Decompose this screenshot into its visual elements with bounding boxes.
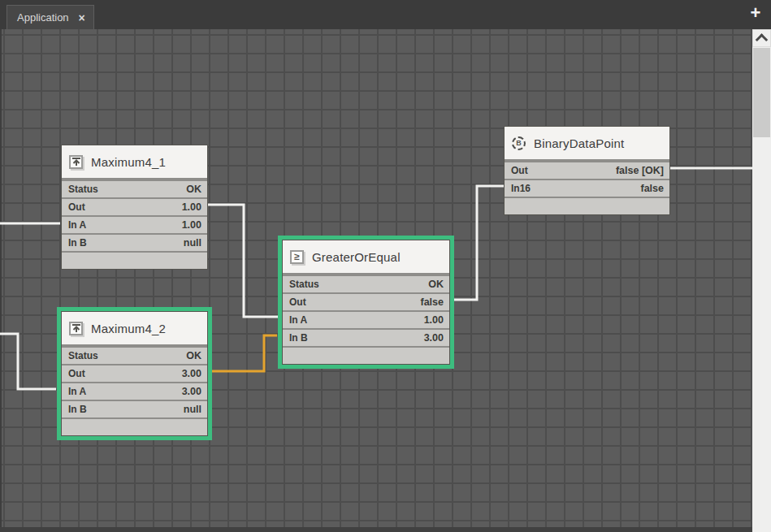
slot-value: null [184,404,201,415]
slot-row-status[interactable]: Status OK [283,275,449,292]
slot-label: Out [289,296,306,308]
slot-row-out[interactable]: Out 1.00 [62,197,207,215]
block-footer [505,197,669,214]
slot-row-in16[interactable]: In16 false [505,179,669,197]
slot-row-inA[interactable]: In A 3.00 [62,382,207,400]
slot-value: 3.00 [424,332,444,344]
block-footer [283,346,449,364]
block-greater-or-equal-header[interactable]: ≥ GreaterOrEqual [283,240,449,275]
block-title: BinaryDataPoint [534,136,624,150]
slot-label: Status [68,350,98,361]
slot-label: Status [68,184,98,195]
block-title: GreaterOrEqual [312,250,401,264]
block-maximum4-2[interactable]: Maximum4_2 Status OK Out 3.00 In A 3.00 … [61,311,208,436]
slot-row-out[interactable]: Out false [OK] [505,161,669,179]
chevron-up-icon [756,33,769,46]
slot-row-status[interactable]: Status OK [62,346,207,364]
scrollbar-thumb[interactable] [753,48,770,137]
slot-value: 3.00 [182,368,201,379]
slot-value: 1.00 [182,219,201,231]
block-binary-data-point-header[interactable]: B BinaryDataPoint [505,127,669,161]
slot-label: In16 [511,183,531,194]
slot-row-inA[interactable]: In A 1.00 [62,215,207,233]
add-tab-button[interactable]: + [747,2,765,24]
tab-bar: Application × + [0,0,771,29]
slot-value: false [421,296,444,308]
slot-value: false [641,183,665,194]
maximum-icon [69,155,83,169]
slot-row-inB[interactable]: In B null [62,400,207,417]
slot-label: Out [511,165,528,176]
binary-point-icon: B [512,136,526,150]
block-maximum4-2-header[interactable]: Maximum4_2 [62,312,207,346]
tab-application[interactable]: Application × [6,5,94,29]
slot-label: In A [68,386,86,397]
slot-value: null [184,237,201,249]
slot-value: OK [186,184,201,195]
slot-row-out[interactable]: Out false [283,292,449,310]
scroll-up-button[interactable] [752,29,771,47]
block-footer [62,417,207,435]
slot-row-inA[interactable]: In A 1.00 [283,310,449,328]
slot-label: Out [68,368,85,379]
maximum-icon [69,322,83,335]
slot-value: 1.00 [182,201,201,213]
slot-label: Status [289,279,319,290]
slot-row-inB[interactable]: In B 3.00 [283,328,449,346]
slot-label: In B [68,237,87,249]
block-footer [62,251,207,269]
slot-value: OK [186,350,201,361]
slot-value: 3.00 [182,386,201,397]
block-title: Maximum4_2 [91,322,166,335]
block-maximum4-1-header[interactable]: Maximum4_1 [62,145,207,179]
slot-row-out[interactable]: Out 3.00 [62,364,207,382]
block-title: Maximum4_1 [91,155,166,169]
slot-row-status[interactable]: Status OK [62,179,207,197]
slot-label: In A [68,219,86,231]
slot-value: 1.00 [424,314,444,326]
canvas-bottom-edge [0,527,752,532]
slot-value: false [OK] [616,165,664,176]
slot-label: In B [289,332,308,344]
slot-row-inB[interactable]: In B null [62,233,207,251]
vertical-scrollbar[interactable] [752,29,771,532]
slot-label: Out [68,201,85,213]
tab-close-icon[interactable]: × [79,12,85,24]
slot-value: OK [428,279,444,290]
block-binary-data-point[interactable]: B BinaryDataPoint Out false [OK] In16 fa… [504,126,670,215]
greater-or-equal-icon: ≥ [290,250,304,264]
block-maximum4-1[interactable]: Maximum4_1 Status OK Out 1.00 In A 1.00 … [61,145,208,270]
slot-label: In B [68,404,87,415]
tab-application-label: Application [17,11,69,24]
block-greater-or-equal[interactable]: ≥ GreaterOrEqual Status OK Out false In … [282,240,450,365]
slot-label: In A [289,314,307,326]
